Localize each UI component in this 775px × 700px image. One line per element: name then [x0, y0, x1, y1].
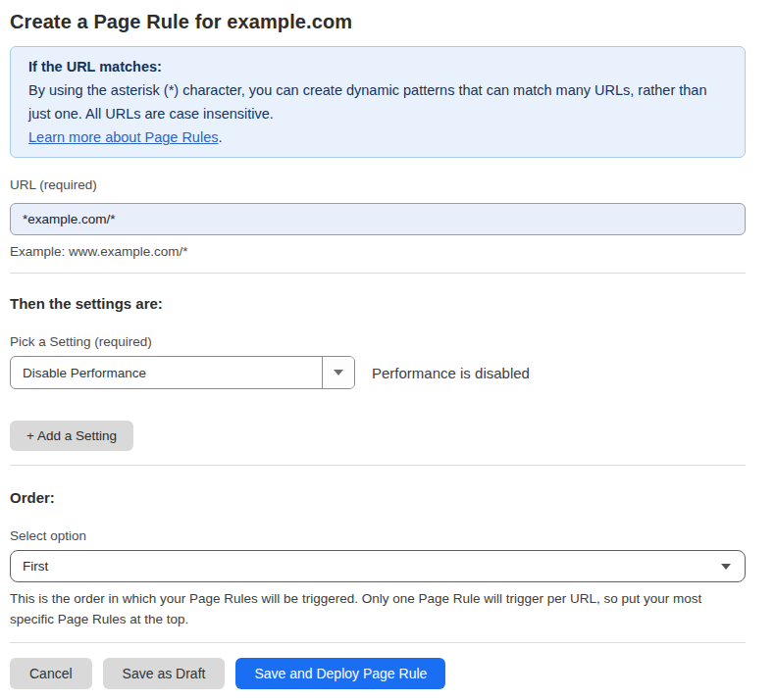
divider — [10, 273, 746, 274]
learn-more-link[interactable]: Learn more about Page Rules — [28, 129, 218, 145]
setting-status-text: Performance is disabled — [372, 365, 530, 381]
url-example-hint: Example: www.example.com/* — [10, 243, 746, 260]
url-field-label: URL (required) — [10, 176, 746, 193]
footer-button-row: Cancel Save as Draft Save and Deploy Pag… — [10, 658, 746, 689]
url-match-info-box: If the URL matches: By using the asteris… — [10, 46, 746, 158]
order-section-heading: Order: — [10, 488, 746, 507]
save-and-deploy-button[interactable]: Save and Deploy Page Rule — [235, 658, 445, 689]
info-box-heading: If the URL matches: — [28, 55, 727, 78]
chevron-down-icon — [721, 564, 731, 570]
page-title: Create a Page Rule for example.com — [10, 10, 746, 33]
setting-select[interactable]: Disable Performance — [10, 356, 355, 389]
order-select[interactable]: First — [10, 550, 746, 582]
chevron-down-icon — [334, 370, 343, 375]
order-select-value: First — [23, 559, 48, 574]
info-box-body: By using the asterisk (*) character, you… — [28, 78, 727, 125]
page-rule-form: Create a Page Rule for example.com If th… — [0, 0, 775, 699]
info-link-line: Learn more about Page Rules. — [28, 125, 727, 149]
link-suffix: . — [218, 129, 222, 145]
settings-section-heading: Then the settings are: — [10, 294, 746, 313]
save-as-draft-button[interactable]: Save as Draft — [103, 658, 226, 689]
url-input[interactable] — [10, 203, 746, 235]
setting-row: Disable Performance Performance is disab… — [10, 356, 746, 389]
setting-select-value: Disable Performance — [11, 357, 322, 388]
divider — [10, 465, 746, 466]
order-select-label: Select option — [10, 527, 746, 544]
divider — [10, 642, 746, 643]
setting-picker-label: Pick a Setting (required) — [10, 333, 746, 350]
setting-select-arrow-button[interactable] — [322, 357, 354, 388]
cancel-button[interactable]: Cancel — [10, 658, 92, 689]
add-setting-button[interactable]: + Add a Setting — [10, 421, 133, 451]
order-help-text: This is the order in which your Page Rul… — [10, 588, 741, 629]
